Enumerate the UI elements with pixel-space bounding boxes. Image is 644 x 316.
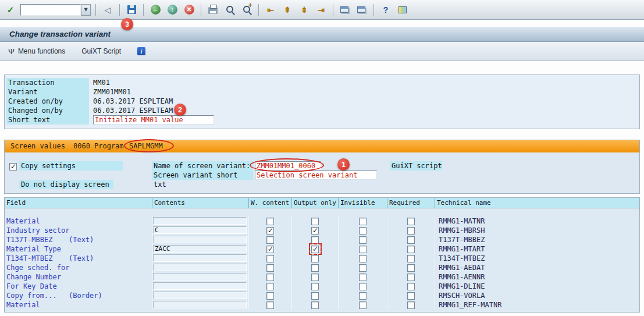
screen-variant-short-txt-label: Screen variant short txt [152, 171, 253, 180]
contents-field[interactable] [153, 282, 247, 290]
output-only-checkbox[interactable] [311, 301, 319, 309]
toolbar-separator [333, 4, 333, 16]
guixt-script-checkbox-label: GuiXT script [390, 161, 442, 171]
technical-name: RMMG1-MBRSH [435, 226, 639, 235]
w-content-checkbox[interactable] [266, 301, 274, 309]
command-input[interactable] [20, 4, 81, 16]
guixt-script-label: GuiXT Script [81, 47, 121, 55]
help-button[interactable]: ? [379, 3, 393, 17]
contents-field[interactable] [153, 301, 247, 308]
last-page-button[interactable]: ⇥ [314, 3, 328, 17]
menu-functions-button[interactable]: Ψ Menu functions [8, 47, 65, 56]
exit-button[interactable]: ↑ [165, 3, 179, 17]
required-checkbox[interactable] [407, 264, 415, 272]
required-checkbox[interactable] [407, 283, 415, 290]
invisible-checkbox[interactable] [359, 283, 367, 290]
w-content-checkbox[interactable] [266, 227, 274, 235]
contents-field[interactable] [153, 292, 247, 299]
required-checkbox[interactable] [407, 292, 415, 300]
contents-field[interactable] [153, 254, 247, 262]
w-content-checkbox[interactable] [266, 236, 274, 244]
table-row: Industry sector C RMMG1-MBRSH [5, 226, 639, 235]
required-checkbox[interactable] [407, 301, 415, 309]
back-nav-button[interactable]: ◁ [101, 3, 115, 17]
screen-variant-name-input[interactable] [255, 161, 321, 171]
menu-functions-icon: Ψ [8, 47, 15, 56]
page-title: Change transaction variant [9, 30, 111, 38]
find-button[interactable] [223, 3, 237, 17]
detail-row: Variant ZMM01MM01 [6, 87, 131, 97]
contents-field[interactable] [153, 273, 247, 281]
help-icon: ? [383, 5, 389, 15]
w-content-checkbox[interactable] [266, 283, 274, 290]
screen-variant-short-txt-input[interactable] [255, 171, 377, 180]
print-icon [208, 7, 218, 14]
name-of-screen-variant-label: Name of screen variant: [152, 161, 253, 171]
field-qualifier: (Text) [69, 235, 94, 244]
output-only-checkbox[interactable] [311, 264, 319, 272]
technical-name: T137T-MBBEZ [435, 235, 639, 244]
contents-field[interactable] [153, 236, 247, 243]
detail-row: Transaction MM01 [6, 78, 110, 87]
page-up-button[interactable]: ⇞ [280, 3, 294, 17]
invisible-checkbox[interactable] [359, 264, 367, 272]
variant-value: ZMM01MM01 [93, 88, 131, 96]
customize-layout-icon [399, 6, 407, 13]
invisible-checkbox[interactable] [359, 255, 367, 262]
contents-field[interactable] [153, 264, 247, 271]
info-button[interactable]: i [137, 47, 145, 55]
chevron-down-icon[interactable]: ▼ [81, 4, 91, 16]
output-only-checkbox[interactable] [311, 246, 319, 253]
output-only-checkbox[interactable] [311, 255, 319, 262]
output-only-checkbox[interactable] [311, 236, 319, 244]
back-triangle-icon: ◁ [105, 5, 111, 15]
required-checkbox[interactable] [407, 236, 415, 244]
print-button[interactable] [206, 3, 220, 17]
guixt-script-button[interactable]: GuiXT Script [81, 47, 121, 55]
field-label: Material [6, 217, 40, 225]
program-label: Program [94, 142, 124, 150]
changed-on-by-value: 06.03.2017 ESPLTEAM [93, 106, 173, 115]
output-only-checkbox[interactable] [311, 274, 319, 281]
w-content-checkbox[interactable] [266, 255, 274, 262]
short-text-input[interactable] [93, 115, 214, 125]
required-checkbox[interactable] [407, 246, 415, 253]
w-content-checkbox[interactable] [266, 246, 274, 253]
invisible-checkbox[interactable] [359, 246, 367, 253]
find-next-button[interactable]: + [240, 3, 254, 17]
output-only-checkbox[interactable] [311, 218, 319, 225]
required-checkbox[interactable] [407, 218, 415, 225]
output-only-checkbox[interactable] [311, 227, 319, 235]
invisible-checkbox[interactable] [359, 218, 367, 225]
w-content-checkbox[interactable] [266, 264, 274, 272]
contents-field[interactable] [153, 217, 247, 225]
back-button[interactable]: ← [148, 3, 162, 17]
required-checkbox[interactable] [407, 255, 415, 262]
col-header-invisible: Invisible [339, 198, 387, 208]
create-shortcut-button[interactable] [355, 3, 369, 17]
output-only-checkbox[interactable] [311, 292, 319, 300]
invisible-checkbox[interactable] [359, 274, 367, 281]
w-content-checkbox[interactable] [266, 292, 274, 300]
create-shortcut-icon [357, 6, 365, 13]
w-content-checkbox[interactable] [266, 218, 274, 225]
page-down-button[interactable]: ⇟ [297, 3, 311, 17]
enter-button[interactable]: ✓ [3, 3, 17, 17]
w-content-checkbox[interactable] [266, 274, 274, 281]
first-page-button[interactable]: ⇤ [264, 3, 277, 17]
customize-layout-button[interactable] [396, 3, 410, 17]
save-button[interactable] [124, 3, 138, 17]
invisible-checkbox[interactable] [359, 227, 367, 235]
copy-settings-checkbox[interactable] [9, 163, 17, 171]
invisible-checkbox[interactable] [359, 301, 367, 309]
contents-field[interactable]: ZACC [153, 245, 247, 253]
invisible-checkbox[interactable] [359, 236, 367, 244]
contents-field[interactable]: C [153, 226, 247, 234]
output-only-checkbox[interactable] [311, 283, 319, 290]
required-checkbox[interactable] [407, 274, 415, 281]
invisible-checkbox[interactable] [359, 292, 367, 300]
toolbar-separator [119, 4, 120, 16]
new-session-button[interactable] [338, 3, 352, 17]
cancel-button[interactable]: ✕ [182, 3, 196, 17]
required-checkbox[interactable] [407, 227, 415, 235]
